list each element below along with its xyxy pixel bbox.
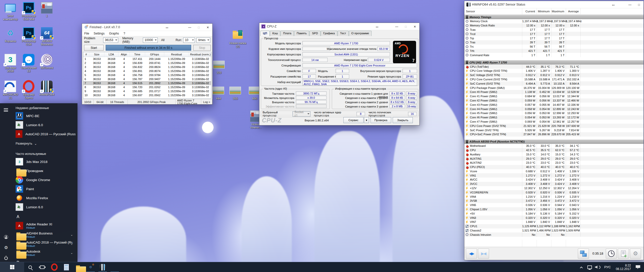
maximize-button[interactable]: □ (401, 23, 410, 30)
validate-button[interactable]: Проверка (371, 117, 391, 123)
sensor-row[interactable]: AVCC3.424 V3.408 V3.424 V3.408 V (464, 178, 643, 182)
minimize-button[interactable]: — (185, 24, 194, 31)
tray-overflow-chevron[interactable] (578, 265, 586, 269)
sensor-row[interactable]: VIN11.272 V1.272 V1.272 V1.272 V (464, 173, 643, 178)
volume-icon[interactable] (594, 265, 602, 269)
sensor-section-header[interactable]: ASRock AB350 Pro4 (Nuvoton NCT6779D) (464, 140, 643, 144)
desktop-icon[interactable]: Ps↗Photoshop CS6 x64 (20, 2, 37, 21)
sensor-row[interactable]: Core #1 Power (SMU)0.684 W0.056 W13.017 … (464, 94, 643, 98)
start-menu-item[interactable]: Paint (15, 184, 75, 193)
sensor-section-header[interactable]: Memory Timings (464, 15, 643, 19)
expand-button[interactable]: Развернуть⌄ (15, 139, 75, 149)
settings-gear-icon[interactable]: ⚙ (4, 245, 8, 250)
desktop-icon[interactable]: Ps↗Photoshop CS6 (20, 27, 37, 46)
tray-clock[interactable]: 8:22 08.12.2017 (613, 264, 633, 271)
table-row[interactable]: 836153361684156.720201.02621.152399e-093… (83, 85, 211, 89)
sensor-row[interactable]: VIN71.848 V1.840 V1.848 V1.848 V (464, 220, 643, 224)
letter-header-b[interactable]: B (15, 258, 75, 262)
table-row[interactable]: 136153361684157.411200.14441.152399e-093… (83, 57, 211, 61)
desktop-icon[interactable]: ↗Браузер Opera (20, 81, 37, 99)
sensor-row[interactable]: VIN50.936 V0.936 V0.944 V0.943 V (464, 203, 643, 207)
sensor-row[interactable]: CPU (PECI)40.0 °C40.0 °C40.0 °C40.0 °C (464, 165, 643, 169)
start-menu-item[interactable]: Проводник (15, 166, 75, 175)
sensor-row[interactable]: Tcas17 T17 T17 T (464, 28, 643, 32)
sensor-row[interactable]: Chassis21,521 RPM1,496 RPM1,523 RPM1,509… (464, 228, 643, 233)
desktop-icon[interactable]: ♻Корзина (2, 27, 19, 43)
taskbar-icon-explorer[interactable] (72, 262, 85, 272)
sensor-row[interactable]: VCOREREFIN0.928 V0.920 V0.936 V0.935 V (464, 190, 643, 194)
start-button[interactable] (0, 262, 24, 272)
report-button[interactable] (618, 249, 629, 259)
taskbar-icon-gears[interactable]: ⚙⚙ (85, 262, 97, 272)
table-row[interactable]: 536153361684156.758200.97841.152399e-093… (83, 73, 211, 77)
start-menu-app[interactable]: AutoCAD 2018 — Русский (Ru...Новые⌄ (15, 239, 75, 248)
sensor-row[interactable]: CPU Core Voltage (SVI2 TFN)1.406 V1.287 … (464, 69, 643, 73)
menu-item-[interactable]: ? (121, 32, 128, 35)
sensor-row[interactable]: Command Rate1 T1 T1 T (464, 53, 643, 57)
tab-Графика[interactable]: Графика (321, 31, 337, 36)
network-tray-icon[interactable] (586, 265, 594, 269)
sensor-row[interactable]: VIN30.320 V0.320 V0.320 V0.320 V (464, 216, 643, 220)
desktop-icon[interactable]: ↔↗TeamViewer 13 (20, 54, 37, 73)
sensor-row[interactable]: Core #4 Power (SMU)0.058 W0.054 W12.895 … (464, 107, 643, 111)
sensor-row[interactable]: +5V5.184 V5.136 V5.184 V5.152 V (464, 211, 643, 216)
sensor-row[interactable]: Auxiliary15.0 °C14.0 °C15.0 °C14.3 °C (464, 152, 643, 156)
sensor-row[interactable]: Chassis IntrusionNoNoNo (464, 232, 643, 237)
start-menu-item[interactable]: MPC-BE (15, 111, 75, 120)
sensor-row[interactable]: CPU Core Current (SVI2 TFN)15.588 A15.58… (464, 77, 643, 82)
start-menu-item[interactable]: 6Lumion 6.0 (15, 120, 75, 129)
start-button[interactable]: Start (84, 45, 104, 51)
menu-item-settings[interactable]: Settings (91, 32, 107, 35)
sensor-row[interactable]: AUXTIN223.0 °C23.0 °C23.0 °C23.0 °C (464, 161, 643, 165)
taskbar-icon-hwinfo[interactable] (97, 262, 109, 272)
tab-Память[interactable]: Память (294, 31, 309, 36)
taskbar-icon-taskview[interactable] (36, 262, 48, 272)
sensor-row[interactable]: Chipset 1.05V1.056 V1.056 V1.056 V1.056 … (464, 207, 643, 212)
unit-select[interactable]: times (196, 38, 210, 43)
sensor-row[interactable]: CPU11,125 RPM1,112 RPM1,188 RPM1,162 RPM (464, 224, 643, 228)
sensor-row[interactable]: Motherboard35.0 °C33.0 °C35.0 °C34.1 °C (464, 144, 643, 148)
start-menu-item[interactable]: AAutoCAD 2018 — Русский (Russian) (15, 129, 75, 139)
sensor-row[interactable]: Trc56 T56 T56 T (464, 45, 643, 49)
sensor-row[interactable]: SoC Current (SVI2 TFN)6.494 A5.773 A10.1… (464, 81, 643, 86)
column-header-average[interactable]: Average (566, 8, 581, 14)
taskbar-icon-calc[interactable] (60, 262, 72, 272)
collapse-columns-button[interactable]: ▶◀ (478, 249, 489, 259)
desktop-icon[interactable]: Этот компьютер (2, 2, 19, 21)
column-header-minimum[interactable]: Minimum (537, 8, 551, 14)
sensor-row[interactable]: Memory Clock1,197.4 MHz1,197.3 MHz1,197.… (464, 19, 643, 23)
column-header-maximum[interactable]: Maximum (551, 8, 566, 14)
hwinfo-titlebar[interactable]: HWiNFO64 v5.61-3297 Sensor Status ↔ — □ (464, 1, 643, 8)
maximize-button[interactable]: □ (194, 24, 203, 31)
sensor-row[interactable]: Core #7 Power (SMU)0.069 W0.054 W12.961 … (464, 120, 643, 124)
sensor-row[interactable]: AUXTIN129.0 °C29.0 °C29.0 °C29.0 °C (464, 156, 643, 161)
sensor-row[interactable]: Trcd17 T17 T17 T (464, 32, 643, 36)
sensor-row[interactable]: CPU (Tctl/Tdie)44.0 °C35.1 °C76.3 °C71.1… (464, 64, 643, 69)
minimize-button[interactable]: — (392, 23, 401, 30)
table-row[interactable]: 236153361684156.839200.87411.152399e-093… (83, 61, 211, 65)
start-menu-item[interactable]: 6Lumion 6.0 (15, 202, 75, 212)
sensor-row[interactable]: CPU+SoC Power (SVI2 TFN)27.847 W26.896 W… (464, 132, 643, 137)
expand-columns-button[interactable]: ◀▶ (466, 249, 477, 259)
sensor-row[interactable]: CPU Package Power (SMU)16.376 W15.004 W1… (464, 86, 643, 90)
log-button[interactable]: Log > (201, 99, 212, 104)
desktop-icon[interactable]: 555 (226, 85, 245, 100)
language-indicator[interactable]: РУС (602, 265, 613, 269)
clock-button[interactable] (606, 249, 617, 259)
sensor-row[interactable]: SoC Voltage (SVI2 TFN)0.912 V0.912 V0.91… (464, 73, 643, 77)
close-window-button[interactable]: Закрыть (393, 117, 413, 123)
table-row[interactable]: 636153361684156.787200.94071.152399e-093… (83, 77, 211, 81)
remote-sensor-button[interactable] (578, 249, 589, 259)
sensor-row[interactable]: Vcore0.688 V0.512 V1.408 V1.336 V (464, 169, 643, 174)
start-menu-app[interactable]: AAdobe Reader XIНовые (15, 221, 75, 230)
sensor-row[interactable]: 3VCC3.408 V3.408 V3.424 V3.408 V (464, 182, 643, 186)
taskbar-icon-opera-small[interactable] (48, 262, 60, 272)
start-menu-app[interactable]: AutodeskНовые⌄ (15, 248, 75, 257)
action-center-button[interactable] (633, 265, 642, 269)
table-row[interactable]: 736153361684156.515201.28921.152399e-093… (83, 81, 211, 85)
table-row[interactable]: 336153361684156.832200.88241.152399e-093… (83, 65, 211, 69)
stop-button[interactable]: Stop (193, 45, 211, 51)
tools-button[interactable]: Сервис (343, 117, 364, 123)
linx-titlebar[interactable]: ⚙⚙ Finished - LinX v0.7.0 ↔ — □ ✕ (82, 24, 212, 31)
desktop-icon[interactable]: ↗BitTorrent (38, 54, 56, 70)
